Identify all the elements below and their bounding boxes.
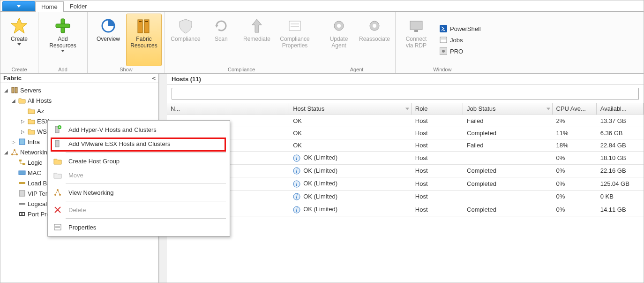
- info-icon: i: [293, 154, 300, 162]
- app-menu-button[interactable]: [2, 1, 35, 11]
- ribbon: Create Create Add Resources Add Overvi: [0, 12, 644, 74]
- table-row[interactable]: iOK (Limited)Host0%0 KB: [167, 190, 644, 203]
- switch-icon: [18, 200, 26, 207]
- pro-icon: [440, 47, 447, 55]
- chevron-down-icon: [17, 43, 21, 46]
- svg-rect-37: [20, 213, 21, 215]
- tree-node-servers[interactable]: ◢ Servers: [0, 85, 158, 95]
- svg-rect-2: [56, 24, 70, 28]
- tree-node-az[interactable]: Az: [0, 106, 158, 116]
- ctx-properties[interactable]: Properties: [49, 220, 229, 234]
- svg-rect-18: [414, 30, 418, 32]
- star-icon: [9, 16, 29, 36]
- svg-rect-34: [19, 191, 25, 196]
- tab-strip: Home Folder: [0, 0, 644, 12]
- column-header-available[interactable]: Availabl...: [596, 103, 643, 115]
- svg-marker-0: [11, 18, 27, 33]
- port-icon: [18, 210, 26, 218]
- ribbon-group-create: Create Create: [0, 12, 38, 73]
- ctx-create-host-group[interactable]: Create Host Group: [49, 154, 229, 168]
- ribbon-group-label: Show: [88, 66, 165, 73]
- svg-rect-33: [19, 182, 25, 184]
- ribbon-group-show: Overview Fabric Resources Show: [88, 12, 165, 73]
- gear-icon: [365, 16, 384, 36]
- server-icon: [52, 138, 63, 149]
- network-icon: [52, 187, 63, 198]
- jobs-icon: [440, 36, 447, 44]
- svg-rect-56: [54, 224, 61, 230]
- powershell-button[interactable]: PowerShell: [438, 24, 483, 33]
- info-icon: i: [293, 180, 300, 188]
- pro-button[interactable]: PRO: [438, 46, 483, 56]
- table-row[interactable]: coim4 ru7rrs2iOK (Limited)HostCompleted0…: [167, 203, 644, 216]
- ribbon-group-label: Agent: [318, 66, 395, 73]
- ctx-delete: Delete: [49, 203, 229, 217]
- info-icon: i: [293, 167, 300, 175]
- sidebar-title: Fabric: [3, 75, 22, 82]
- hosts-grid: N... Host Status Role Job Status CPU Ave…: [167, 103, 644, 216]
- svg-rect-39: [23, 213, 24, 215]
- tab-home[interactable]: Home: [35, 1, 64, 12]
- folder-icon: [28, 107, 35, 115]
- jobs-label: Jobs: [450, 37, 463, 44]
- gear-up-icon: [329, 16, 349, 36]
- filter-icon[interactable]: [547, 107, 550, 110]
- svg-rect-32: [19, 171, 25, 175]
- svg-rect-24: [12, 87, 14, 93]
- column-header-job-status[interactable]: Job Status: [463, 103, 552, 115]
- svg-marker-9: [252, 19, 262, 32]
- delete-icon: [52, 205, 63, 215]
- chevron-down-icon: [17, 5, 21, 8]
- remediate-button: Remediate: [239, 14, 275, 66]
- scan-button: Scan: [203, 14, 239, 66]
- compliance-button: Compliance: [168, 14, 203, 66]
- table-row[interactable]: OKHostFailed2%13.37 GB: [167, 115, 644, 127]
- table-row[interactable]: OKHostCompleted11%6.36 GB: [167, 127, 644, 139]
- ribbon-group-window: Connect via RDP PowerShell Jobs PRO Wind…: [396, 12, 489, 73]
- sidebar-collapse-button[interactable]: <: [152, 75, 156, 82]
- jobs-button[interactable]: Jobs: [438, 35, 483, 45]
- ctx-view-networking[interactable]: View Networking: [49, 185, 229, 199]
- main-pane: Hosts (11) N... Host Status Role Job Sta…: [167, 74, 644, 283]
- compliance-properties-button: Compliance Properties: [275, 14, 315, 66]
- ribbon-group-compliance: Compliance Scan Remediate Compliance Pro…: [165, 12, 318, 73]
- table-row[interactable]: iOK (Limited)HostCompleted0%125.04 GB: [167, 177, 644, 191]
- svg-point-14: [337, 24, 341, 28]
- load-balancer-icon: [18, 179, 26, 187]
- svg-rect-26: [19, 139, 25, 145]
- tab-folder[interactable]: Folder: [64, 1, 93, 11]
- filter-icon[interactable]: [405, 107, 409, 110]
- column-header-host-status[interactable]: Host Status: [289, 103, 412, 115]
- servers-icon: [11, 86, 18, 94]
- info-icon: i: [293, 206, 300, 214]
- infrastructure-icon: [18, 138, 26, 145]
- column-header-cpu[interactable]: CPU Ave...: [552, 103, 596, 115]
- svg-rect-52: [55, 140, 59, 147]
- shield-icon: [176, 16, 195, 36]
- info-icon: i: [293, 193, 300, 200]
- ctx-add-vmware[interactable]: Add VMware ESX Hosts and Clusters: [49, 137, 229, 151]
- add-resources-button[interactable]: Add Resources: [41, 14, 84, 66]
- table-row[interactable]: iOK (Limited)Host0%18.10 GB: [167, 152, 644, 165]
- create-button[interactable]: Create: [3, 14, 35, 66]
- column-header-role[interactable]: Role: [411, 103, 463, 115]
- fabric-resources-button[interactable]: Fabric Resources: [126, 14, 162, 66]
- tree-node-all-hosts[interactable]: ◢ All Hosts: [0, 95, 158, 106]
- svg-rect-20: [440, 37, 447, 43]
- reassociate-button: Reassociate: [357, 14, 392, 66]
- refresh-icon: [211, 16, 231, 36]
- ctx-add-hyperv[interactable]: Add Hyper-V Hosts and Clusters: [49, 122, 229, 137]
- column-header-name[interactable]: N...: [167, 103, 289, 115]
- filter-input[interactable]: [172, 88, 639, 100]
- mac-pool-icon: [18, 169, 26, 176]
- svg-rect-30: [19, 160, 22, 161]
- sidebar-header: Fabric <: [0, 74, 158, 83]
- arrow-up-icon: [247, 16, 267, 36]
- table-row[interactable]: iOK (Limited)HostCompleted0%22.16 GB: [167, 164, 644, 177]
- properties-icon: [285, 16, 305, 36]
- svg-rect-38: [22, 213, 22, 215]
- powershell-icon: [440, 25, 447, 32]
- table-row[interactable]: OKHostFailed18%22.84 GB: [167, 139, 644, 152]
- overview-button[interactable]: Overview: [90, 14, 126, 66]
- ribbon-group-label: Add: [38, 66, 87, 73]
